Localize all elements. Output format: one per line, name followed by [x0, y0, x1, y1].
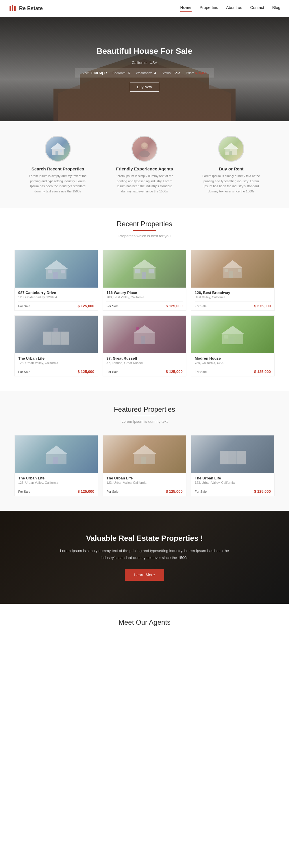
property-price-5: $ 125,000: [254, 370, 271, 374]
property-addr-0: 123, Golden Valley, 128104: [18, 296, 94, 299]
svg-marker-38: [221, 326, 244, 334]
featured-info-2: The Urban Life 123, Urban Valley, Califo…: [191, 473, 274, 496]
featured-img-1: [103, 435, 186, 473]
featured-price-0: $ 125,000: [77, 489, 94, 494]
feature-search: Search Recent Properties Lorem ipsum is …: [26, 136, 89, 194]
buy-now-button[interactable]: Buy Now: [130, 82, 159, 92]
property-card-5: Modren House 789, California, USA For Sa…: [191, 315, 275, 376]
house-icon-1: [103, 250, 186, 288]
recent-properties-grid: 987 Canteburry Drive 123, Golden Valley,…: [14, 250, 275, 376]
property-img-3: [15, 316, 98, 353]
svg-rect-6: [60, 150, 63, 153]
property-footer-1: For Sale $ 125,000: [106, 301, 182, 308]
svg-marker-19: [132, 259, 157, 268]
featured-card-1: The Urban Life 123, Urban Valley, Califo…: [103, 435, 186, 496]
featured-house-icon-0: [15, 435, 98, 473]
featured-price-2: $ 125,000: [254, 489, 271, 494]
property-img-0: [15, 250, 98, 288]
svg-rect-17: [48, 270, 52, 273]
svg-marker-45: [133, 445, 156, 454]
agents-underline: [133, 629, 156, 629]
property-name-1: 116 Watery Place: [106, 290, 182, 295]
featured-status-1: For Sale: [106, 490, 118, 493]
featured-addr-1: 123, Urban Valley, California: [106, 481, 182, 484]
house-icon-0: [15, 250, 98, 288]
svg-rect-1: [12, 5, 13, 11]
hero-bedroom: Bedroom: 5: [112, 71, 130, 75]
nav-contact[interactable]: Contact: [250, 5, 264, 11]
property-status-2: For Sale: [195, 304, 207, 308]
svg-rect-28: [238, 269, 241, 272]
property-card-0: 987 Canteburry Drive 123, Golden Valley,…: [14, 250, 98, 311]
featured-properties-header: Featured Properties Lorem Ipsum is dummy…: [0, 391, 289, 429]
hero-title: Beautiful House For Sale: [75, 46, 214, 56]
property-price-3: $ 125,000: [77, 370, 94, 374]
svg-rect-21: [142, 272, 146, 279]
learn-more-button[interactable]: Learn More: [125, 569, 164, 581]
property-status-1: For Sale: [106, 304, 118, 308]
svg-rect-30: [43, 332, 51, 345]
feature-agents: Friendly Experience Agents Lorem ipsum i…: [113, 136, 176, 194]
property-status-5: For Sale: [195, 370, 207, 374]
featured-addr-0: 123, Urban Valley, California: [18, 481, 94, 484]
nav-properties[interactable]: Properties: [200, 5, 218, 11]
hero-content: Beautiful House For Sale California, USA…: [75, 46, 214, 92]
svg-rect-23: [149, 269, 154, 273]
featured-img-2: [191, 435, 274, 473]
svg-rect-27: [224, 269, 228, 272]
property-addr-5: 789, California, USA: [195, 361, 271, 365]
svg-rect-18: [61, 270, 65, 273]
featured-house-icon-1: [103, 435, 186, 473]
property-card-3: The Urban Life 123, Urban Valley, Califo…: [14, 315, 98, 376]
house-icon-2: [191, 250, 274, 288]
property-addr-1: 789, Best Valley, California: [106, 296, 182, 299]
feature-img-house1: [45, 136, 71, 162]
nav-home[interactable]: Home: [180, 5, 192, 11]
svg-rect-2: [14, 6, 15, 11]
featured-price-1: $ 125,000: [166, 489, 183, 494]
property-info-5: Modren House 789, California, USA For Sa…: [191, 353, 274, 376]
svg-marker-24: [222, 260, 243, 268]
property-addr-4: 37, London, Great Russell: [106, 361, 182, 365]
svg-point-9: [142, 143, 147, 148]
property-footer-3: For Sale $ 125,000: [18, 367, 94, 374]
property-price-1: $ 125,000: [166, 304, 183, 308]
nav-blog[interactable]: Blog: [272, 5, 280, 11]
featured-footer-2: For Sale $ 125,000: [195, 487, 271, 494]
featured-info-0: The Urban Life 123, Urban Valley, Califo…: [15, 473, 98, 496]
house-icon-3: [15, 316, 98, 353]
logo-icon: [9, 3, 17, 13]
hero-details: Size: 1800 Sq Ft Bedroom: 5 Washroom: 3 …: [75, 68, 214, 78]
featured-underline: [133, 416, 156, 416]
svg-rect-26: [229, 271, 233, 278]
svg-rect-49: [220, 451, 228, 464]
property-addr-3: 123, Urban Valley, California: [18, 361, 94, 365]
property-name-0: 987 Canteburry Drive: [18, 290, 94, 295]
property-status-0: For Sale: [18, 304, 30, 308]
nav-about[interactable]: About us: [226, 5, 242, 11]
navbar: Re Estate Home Properties About us Conta…: [0, 0, 289, 17]
featured-title: Featured Properties: [6, 405, 283, 413]
recent-underline: [133, 230, 156, 231]
hero-section: Beautiful House For Sale California, USA…: [0, 17, 289, 121]
recent-subtitle: Properties which is best for you: [6, 234, 283, 238]
svg-rect-41: [224, 335, 228, 339]
svg-rect-5: [56, 151, 59, 155]
cta-section: Valuable Real Estate Properties ! Lorem …: [0, 511, 289, 604]
svg-marker-42: [45, 445, 68, 454]
hero-washroom: Washroom: 3: [136, 71, 156, 75]
recent-properties-header: Recent Properties Properties which is be…: [0, 208, 289, 244]
agents-placeholder: [14, 635, 275, 658]
feature-img-house2: [218, 136, 244, 162]
property-info-2: 126, Best Broadway Best Valley, Californ…: [191, 288, 274, 310]
svg-rect-44: [53, 457, 58, 464]
featured-status-2: For Sale: [195, 490, 207, 493]
svg-rect-32: [61, 332, 69, 345]
svg-rect-36: [141, 336, 145, 344]
svg-rect-40: [229, 337, 234, 344]
features-section: Search Recent Properties Lorem ipsum is …: [0, 121, 289, 208]
property-img-4: [103, 316, 186, 353]
feature-desc-2: Lorem ipsum is simply dummy text of the …: [200, 174, 263, 194]
svg-rect-16: [53, 272, 58, 279]
svg-point-37: [136, 327, 139, 331]
